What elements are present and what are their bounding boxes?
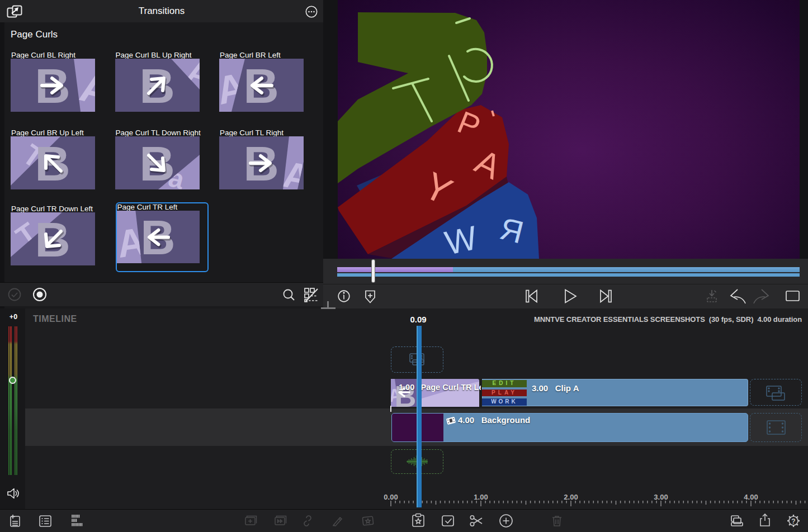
svg-text:?: ? <box>791 517 795 525</box>
